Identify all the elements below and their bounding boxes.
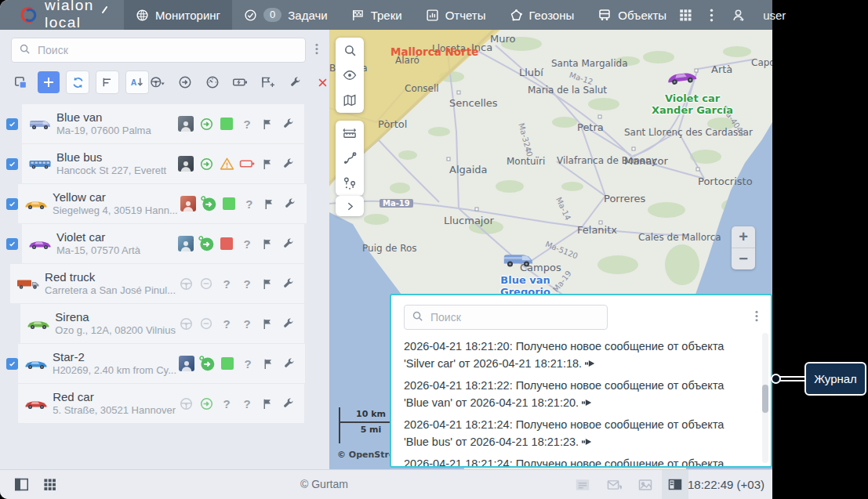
status-motion-arrow-key[interactable] xyxy=(196,235,216,252)
sidebar-search-input[interactable] xyxy=(36,43,298,57)
unit-card[interactable]: Blue vanMa-19, 07600 Palma? xyxy=(22,104,304,143)
nav-reports[interactable]: Отчеты xyxy=(414,0,498,30)
status-q[interactable]: ? xyxy=(237,118,257,131)
status-q[interactable]: ? xyxy=(239,197,260,211)
search-icon[interactable] xyxy=(336,38,364,63)
user-name-label[interactable]: user xyxy=(763,9,786,22)
unit-row-red-truck[interactable]: Red truckCarretera a San José Pinul...?? xyxy=(0,264,329,303)
eye-icon[interactable] xyxy=(336,63,364,88)
tree-view-button[interactable] xyxy=(96,71,119,94)
unit-row-blue-van[interactable]: Blue vanMa-19, 07600 Palma? xyxy=(0,104,329,143)
unit-row-red-car[interactable]: Red car5. Straße, 30521 Hannover?? xyxy=(0,384,329,423)
status-flag[interactable] xyxy=(257,317,278,331)
journal-toggle-icon[interactable] xyxy=(662,470,688,499)
status-flag[interactable] xyxy=(257,277,278,291)
status-q[interactable]: ? xyxy=(238,357,258,371)
status-minus-faded[interactable] xyxy=(196,316,216,331)
unit-card[interactable]: SirenaOzo g., 12A, 08200 Vilnius?? xyxy=(20,304,304,343)
status-q[interactable]: ? xyxy=(237,237,257,251)
refresh-button[interactable] xyxy=(66,71,89,94)
status-wrench[interactable] xyxy=(278,237,298,251)
driver-avatar[interactable]: 1 xyxy=(178,236,194,251)
multi-select-button[interactable] xyxy=(9,71,31,93)
status-battery-red[interactable] xyxy=(237,156,257,172)
status-q[interactable]: ? xyxy=(216,317,237,331)
markers-icon[interactable] xyxy=(336,171,364,196)
status-conn-green[interactable] xyxy=(216,118,237,130)
unit-card[interactable]: Blue busHancock St 227, Everett xyxy=(22,144,304,183)
status-q[interactable]: ? xyxy=(237,317,257,331)
unit-card[interactable]: Red car5. Straße, 30521 Hannover?? xyxy=(18,384,304,423)
status-conn-red[interactable] xyxy=(216,237,237,250)
layout-toggle-icon[interactable] xyxy=(9,470,33,499)
unit-marker-violet-car[interactable] xyxy=(666,67,699,90)
status-conn-green[interactable] xyxy=(217,357,238,370)
motion-filter-button[interactable] xyxy=(176,73,194,92)
status-wheel-faded[interactable] xyxy=(176,396,196,411)
unit-card[interactable]: Star-2H20269, 2.40 km from Cy...? xyxy=(18,344,305,383)
goto-message-arrow-icon[interactable] xyxy=(585,355,595,372)
sensor-filter-button[interactable] xyxy=(204,73,221,92)
add-unit-button[interactable] xyxy=(38,71,60,93)
unit-row-star-2[interactable]: Star-2H20269, 2.40 km from Cy...? xyxy=(0,344,329,383)
nav-units[interactable]: Объекты xyxy=(586,0,678,30)
status-minus-faded[interactable] xyxy=(196,277,216,291)
status-flag[interactable] xyxy=(260,197,280,211)
driver-filter-button[interactable] xyxy=(149,73,166,92)
zoom-out-button[interactable]: − xyxy=(732,248,755,269)
unit-row-yellow-car[interactable]: Yellow carSiegelweg 4, 30519 Hann...? xyxy=(0,184,329,223)
status-q[interactable]: ? xyxy=(237,277,257,291)
user-icon[interactable] xyxy=(731,8,746,23)
journal-search-input[interactable] xyxy=(429,310,600,324)
status-motion-arrow-green[interactable] xyxy=(196,157,216,172)
unit-card[interactable]: Violet carMa-15, 07570 Artà1? xyxy=(22,224,304,263)
notes-icon[interactable] xyxy=(571,470,594,499)
status-flag[interactable] xyxy=(257,118,278,131)
status-motion-arrow-green[interactable] xyxy=(196,117,216,132)
status-motion-arrow-key[interactable] xyxy=(197,355,217,372)
status-motion-arrow-key[interactable] xyxy=(198,195,219,212)
journal-kebab-icon[interactable] xyxy=(752,309,761,326)
unit-checkbox[interactable] xyxy=(6,357,18,370)
unit-row-violet-car[interactable]: Violet carMa-15, 07570 Artà1? xyxy=(0,224,329,263)
unit-checkbox[interactable] xyxy=(6,197,18,210)
status-wrench[interactable] xyxy=(278,317,298,331)
status-q[interactable]: ? xyxy=(216,397,237,410)
sort-button[interactable]: A xyxy=(125,71,149,94)
unit-card[interactable]: Yellow carSiegelweg 4, 30519 Hann...? xyxy=(18,184,307,223)
status-wrench[interactable] xyxy=(278,397,298,410)
status-warn-triangle[interactable] xyxy=(216,157,237,172)
status-driver-photo[interactable] xyxy=(176,116,196,132)
unit-row-sirena[interactable]: SirenaOzo g., 12A, 08200 Vilnius?? xyxy=(0,304,329,343)
sidebar-kebab-icon[interactable] xyxy=(312,42,321,59)
status-driver-photo[interactable] xyxy=(178,196,198,212)
driver-avatar[interactable] xyxy=(179,356,194,371)
status-q[interactable]: ? xyxy=(237,397,257,410)
status-wrench[interactable] xyxy=(278,277,298,291)
status-wrench[interactable] xyxy=(278,357,299,371)
journal-search-box[interactable] xyxy=(404,305,608,330)
route-icon[interactable] xyxy=(336,146,364,171)
status-wheel-faded[interactable] xyxy=(176,277,196,291)
apps-bottom-grid-icon[interactable] xyxy=(38,470,61,499)
unit-card[interactable]: Red truckCarretera a San José Pinul...?? xyxy=(10,264,304,303)
layers-icon[interactable] xyxy=(336,88,364,113)
status-conn-green[interactable] xyxy=(219,197,239,210)
journal-scrollbar[interactable] xyxy=(762,333,768,463)
nav-tasks[interactable]: 0Задачи xyxy=(232,0,340,30)
flag-filter-button[interactable] xyxy=(259,73,276,92)
status-flag[interactable] xyxy=(257,157,278,171)
sidebar-search-box[interactable] xyxy=(11,38,306,63)
chevron-right-icon[interactable] xyxy=(336,196,364,216)
unit-checkbox[interactable] xyxy=(6,397,18,410)
nav-tracks[interactable]: Треки xyxy=(340,0,414,30)
driver-avatar[interactable] xyxy=(178,116,194,132)
unit-checkbox[interactable] xyxy=(6,118,22,130)
status-flag[interactable] xyxy=(257,397,278,410)
apps-grid-icon[interactable] xyxy=(678,8,692,22)
status-wrench[interactable] xyxy=(278,118,298,131)
status-wheel-faded[interactable] xyxy=(176,316,196,331)
unit-checkbox[interactable] xyxy=(6,237,22,250)
status-driver-photo-badge[interactable]: 1 xyxy=(176,236,196,251)
status-flag[interactable] xyxy=(258,357,278,371)
